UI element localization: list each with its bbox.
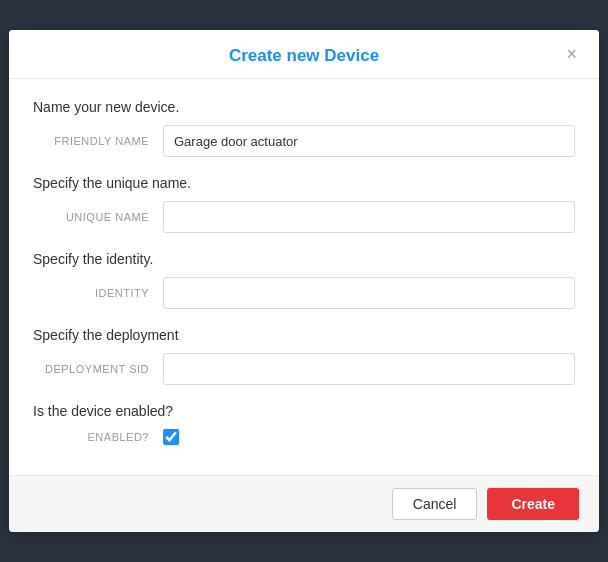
unique-name-input[interactable] bbox=[163, 201, 575, 233]
deployment-description: Specify the deployment bbox=[33, 327, 575, 343]
enabled-row: ENABLED? bbox=[33, 429, 575, 445]
enabled-label: ENABLED? bbox=[33, 431, 163, 443]
friendly-name-label: FRIENDLY NAME bbox=[33, 135, 163, 147]
modal-body: Name your new device. FRIENDLY NAME Spec… bbox=[9, 79, 599, 475]
deployment-label: DEPLOYMENT SID bbox=[33, 363, 163, 375]
unique-name-row: UNIQUE NAME bbox=[33, 201, 575, 233]
unique-name-description: Specify the unique name. bbox=[33, 175, 575, 191]
identity-row: IDENTITY bbox=[33, 277, 575, 309]
unique-name-label: UNIQUE NAME bbox=[33, 211, 163, 223]
friendly-name-row: FRIENDLY NAME bbox=[33, 125, 575, 157]
modal-footer: Cancel Create bbox=[9, 475, 599, 532]
identity-label: IDENTITY bbox=[33, 287, 163, 299]
enabled-description: Is the device enabled? bbox=[33, 403, 575, 419]
close-button[interactable]: × bbox=[560, 43, 583, 65]
modal-header: Create new Device × bbox=[9, 30, 599, 79]
deployment-row: DEPLOYMENT SID bbox=[33, 353, 575, 385]
friendly-name-input[interactable] bbox=[163, 125, 575, 157]
enabled-checkbox[interactable] bbox=[163, 429, 179, 445]
identity-description: Specify the identity. bbox=[33, 251, 575, 267]
modal-title: Create new Device bbox=[229, 46, 379, 66]
friendly-name-description: Name your new device. bbox=[33, 99, 575, 115]
identity-input[interactable] bbox=[163, 277, 575, 309]
create-device-modal: Create new Device × Name your new device… bbox=[9, 30, 599, 532]
create-button[interactable]: Create bbox=[487, 488, 579, 520]
modal-overlay: Create new Device × Name your new device… bbox=[0, 0, 608, 562]
deployment-input[interactable] bbox=[163, 353, 575, 385]
cancel-button[interactable]: Cancel bbox=[392, 488, 478, 520]
